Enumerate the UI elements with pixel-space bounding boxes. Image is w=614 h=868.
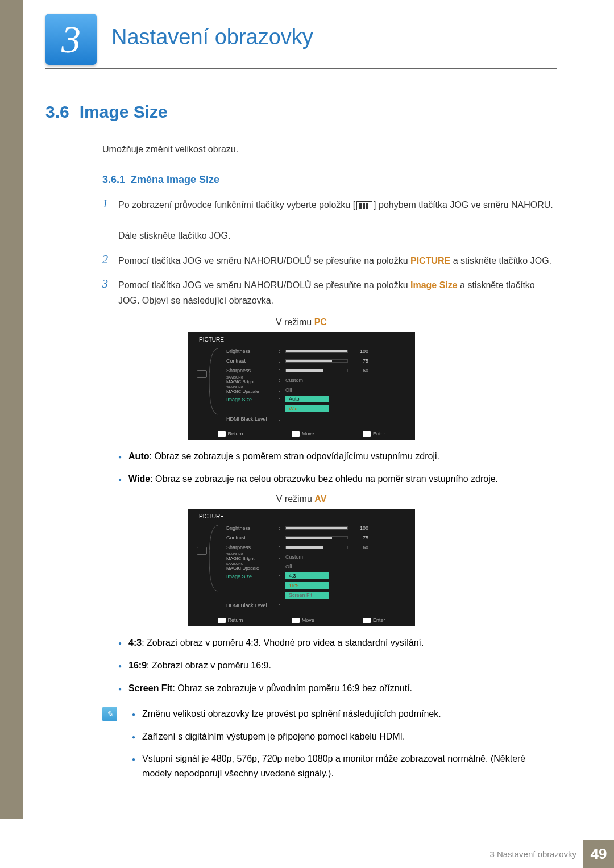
- osd-row-sharpness: Sharpness:60: [226, 366, 409, 375]
- divider: [45, 68, 557, 69]
- step-text: Po zobrazení průvodce funkčními tlačítky…: [118, 197, 553, 244]
- move-key-icon: [292, 618, 300, 623]
- mode-label-pc: V režimu PC: [45, 317, 557, 327]
- osd-row-magic-bright: SAMSUNGMAGIC Bright:Custom: [226, 375, 409, 385]
- note-box: ✎ ●Změnu velikosti obrazovky lze provést…: [102, 707, 557, 788]
- footer-text: 3 Nastavení obrazovky: [489, 849, 576, 859]
- section-title: Image Size: [80, 102, 168, 122]
- step-1: 1 Po zobrazení průvodce funkčními tlačít…: [102, 197, 557, 244]
- osd-row-brightness: Brightness:100: [226, 346, 409, 356]
- osd-panel-av: PICTURE Brightness:100 Contrast:75 Sharp…: [188, 509, 415, 626]
- bullets-av: ●4:3: Zobrazí obraz v poměru 4:3. Vhodné…: [118, 636, 557, 695]
- osd-bracket: [208, 524, 222, 592]
- step-text: Pomocí tlačítka JOG ve směru NAHORU/DOLŮ…: [118, 253, 551, 268]
- page: 3 Nastavení obrazovky 3.6 Image Size Umo…: [0, 0, 614, 868]
- enter-key-icon: [363, 618, 371, 623]
- osd-title: PICTURE: [199, 337, 409, 343]
- return-key-icon: [218, 431, 226, 437]
- content: 3.6 Image Size Umožňuje změnit velikost …: [45, 102, 557, 788]
- menu-icon: [356, 201, 372, 210]
- mode-label-av: V režimu AV: [45, 494, 557, 504]
- return-key-icon: [218, 618, 226, 623]
- step-3: 3 Pomocí tlačítka JOG ve směru NAHORU/DO…: [102, 277, 557, 308]
- move-key-icon: [292, 431, 300, 437]
- osd-title: PICTURE: [199, 513, 409, 520]
- chapter-number: 3: [61, 17, 81, 62]
- step-number: 3: [102, 277, 118, 308]
- steps: 1 Po zobrazení průvodce funkčními tlačít…: [102, 197, 557, 308]
- bullets-pc: ●Auto: Obraz se zobrazuje s poměrem stra…: [118, 449, 557, 486]
- osd-source-icon: [197, 547, 207, 555]
- page-number: 49: [583, 840, 614, 868]
- subsection-heading: 3.6.1 Změna Image Size: [102, 174, 557, 186]
- step-number: 2: [102, 253, 118, 268]
- section-number: 3.6: [45, 102, 69, 122]
- osd-panel-pc: PICTURE Brightness:100 Contrast:75 Sharp…: [188, 332, 415, 440]
- page-footer: 3 Nastavení obrazovky 49: [0, 840, 614, 868]
- step-number: 1: [102, 197, 118, 244]
- enter-key-icon: [363, 431, 371, 437]
- step-2: 2 Pomocí tlačítka JOG ve směru NAHORU/DO…: [102, 253, 557, 268]
- chapter-badge: 3: [45, 14, 97, 65]
- step-text: Pomocí tlačítka JOG ve směru NAHORU/DOLŮ…: [118, 277, 557, 308]
- osd-bracket: [208, 347, 222, 416]
- osd-row-image-size-opt: Wide: [226, 404, 409, 414]
- chapter-title: Nastavení obrazovky: [111, 25, 313, 49]
- osd-source-icon: [197, 370, 207, 378]
- osd-row-image-size: Image Size:Auto: [226, 394, 409, 404]
- section-description: Umožňuje změnit velikost obrazu.: [102, 144, 557, 155]
- section-heading: 3.6 Image Size: [45, 102, 557, 122]
- left-sidebar-strip: [0, 0, 23, 819]
- osd-row-hdmi: HDMI Black Level:: [226, 414, 409, 423]
- osd-footer: Return Move Enter: [193, 428, 409, 437]
- note-icon: ✎: [102, 707, 117, 721]
- osd-row-contrast: Contrast:75: [226, 356, 409, 366]
- osd-row-magic-upscale: SAMSUNGMAGIC Upscale:Off: [226, 385, 409, 394]
